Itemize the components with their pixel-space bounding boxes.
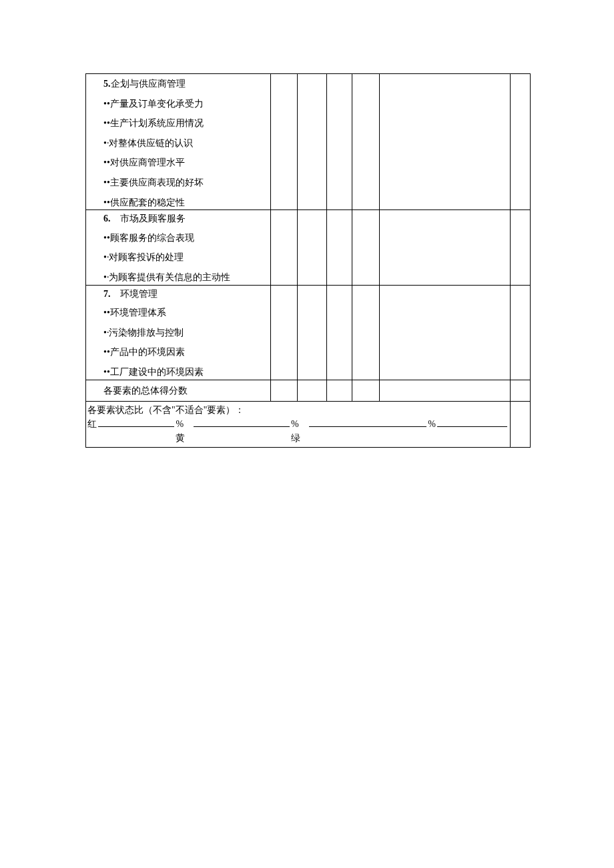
score-cell bbox=[352, 285, 379, 380]
totals-label: 各要素的总体得分数 bbox=[86, 380, 270, 402]
list-item: •·对顾客投诉的处理 bbox=[86, 248, 270, 268]
score-cell bbox=[379, 380, 510, 402]
section-6-title: 市场及顾客服务 bbox=[120, 213, 186, 224]
yellow-label: %黄 bbox=[176, 417, 192, 445]
section-7-cell: 7.环境管理 ••环境管理体系 •·污染物排放与控制 ••产品中的环境因素 ••… bbox=[86, 285, 271, 380]
list-item: •·为顾客提供有关信息的主动性 bbox=[86, 268, 270, 285]
list-item: ••环境管理体系 bbox=[86, 303, 270, 323]
score-cell bbox=[327, 74, 352, 210]
pct-end: % bbox=[428, 417, 436, 431]
section-5-number: 5. bbox=[103, 79, 111, 89]
ratio-cell: 各要素状态比（不含"不适合"要素）： 红 %黄 %绿 % bbox=[86, 402, 511, 448]
table-row: 6.市场及顾客服务 ••顾客服务的综合表现 •·对顾客投诉的处理 •·为顾客提供… bbox=[86, 210, 531, 285]
list-item: ••主要供应商表现的好坏 bbox=[86, 173, 270, 193]
list-item: ••顾客服务的综合表现 bbox=[86, 228, 270, 248]
score-cell bbox=[352, 74, 379, 210]
list-item: •·对整体供应链的认识 bbox=[86, 133, 270, 153]
list-item: ••产品中的环境因素 bbox=[86, 342, 270, 362]
score-cell bbox=[270, 74, 297, 210]
section-5-title: 企划与供应商管理 bbox=[111, 79, 186, 89]
trailing-blank bbox=[437, 417, 507, 427]
score-cell bbox=[297, 210, 326, 285]
score-cell bbox=[352, 210, 379, 285]
evaluation-table: 5.企划与供应商管理 ••产量及订单变化承受力 ••生产计划系统应用情况 •·对… bbox=[85, 73, 531, 448]
yellow-blank bbox=[194, 417, 290, 427]
green-blank bbox=[309, 417, 427, 427]
section-7-number: 7. bbox=[103, 289, 111, 299]
score-cell bbox=[379, 285, 510, 380]
table-row: 5.企划与供应商管理 ••产量及订单变化承受力 ••生产计划系统应用情况 •·对… bbox=[86, 74, 531, 210]
score-cell bbox=[297, 285, 326, 380]
list-item: ••产量及订单变化承受力 bbox=[86, 94, 270, 114]
score-cell bbox=[327, 210, 352, 285]
red-label: 红 bbox=[87, 417, 97, 431]
score-cell bbox=[327, 380, 352, 402]
section-6-cell: 6.市场及顾客服务 ••顾客服务的综合表现 •·对顾客投诉的处理 •·为顾客提供… bbox=[86, 210, 271, 285]
score-cell bbox=[297, 380, 326, 402]
score-cell bbox=[510, 210, 530, 285]
score-cell bbox=[510, 402, 530, 448]
green-label: %绿 bbox=[291, 417, 308, 445]
score-cell bbox=[270, 380, 297, 402]
list-item: ••工厂建设中的环境因素 bbox=[86, 362, 270, 380]
table-row: 7.环境管理 ••环境管理体系 •·污染物排放与控制 ••产品中的环境因素 ••… bbox=[86, 285, 531, 380]
totals-label-cell: 各要素的总体得分数 bbox=[86, 380, 271, 402]
score-cell bbox=[379, 74, 510, 210]
score-cell bbox=[270, 285, 297, 380]
table-row: 各要素的总体得分数 bbox=[86, 380, 531, 402]
score-cell bbox=[327, 285, 352, 380]
score-cell bbox=[297, 74, 326, 210]
section-7-title: 环境管理 bbox=[120, 289, 158, 299]
score-cell bbox=[510, 285, 530, 380]
score-cell bbox=[510, 74, 530, 210]
score-cell bbox=[379, 210, 510, 285]
section-6-number: 6. bbox=[103, 213, 111, 224]
list-item: ••生产计划系统应用情况 bbox=[86, 113, 270, 133]
list-item: •·污染物排放与控制 bbox=[86, 323, 270, 343]
score-cell bbox=[270, 210, 297, 285]
list-item: ••供应配套的稳定性 bbox=[86, 193, 270, 210]
table-row: 各要素状态比（不含"不适合"要素）： 红 %黄 %绿 % bbox=[86, 402, 531, 448]
ratio-title: 各要素状态比（不含"不适合"要素）： bbox=[87, 403, 509, 417]
section-5-cell: 5.企划与供应商管理 ••产量及订单变化承受力 ••生产计划系统应用情况 •·对… bbox=[86, 74, 271, 210]
score-cell bbox=[352, 380, 379, 402]
score-cell bbox=[510, 380, 530, 402]
red-blank bbox=[98, 417, 174, 427]
list-item: ••对供应商管理水平 bbox=[86, 153, 270, 173]
